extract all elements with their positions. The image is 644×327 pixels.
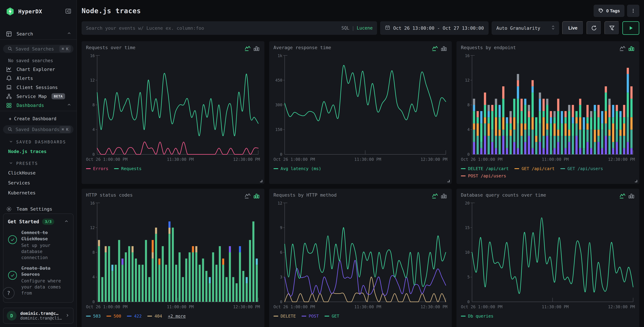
sidebar-preset-kubernetes[interactable]: Kubernetes <box>0 188 76 198</box>
run-query-button[interactable] <box>622 21 639 35</box>
svg-text:6: 6 <box>280 250 282 254</box>
app-title: HyperDX <box>18 8 65 15</box>
create-dashboard-button[interactable]: + Create Dashboard <box>0 111 76 124</box>
chart-card-requests-by-http-method: Requests by HTTP method036912Oct 26 1:00… <box>269 189 452 327</box>
chart-card-avg-response-time: Average response time01503004501kOct 26 … <box>269 41 452 184</box>
legend-item[interactable]: DELETE <box>274 314 296 318</box>
svg-text:4: 4 <box>467 127 470 132</box>
saved-searches-input-wrap: ⌘ K <box>3 45 74 53</box>
date-range-picker[interactable]: Oct 26 13:00:00 - Oct 27 13:00:00 <box>380 21 488 35</box>
granularity-select[interactable]: Auto Granularity <box>492 21 559 35</box>
sidebar-item-dashboards[interactable]: Dashboards <box>0 101 76 110</box>
x-axis-label-left: Oct 26 1:00:00 PM <box>86 157 128 162</box>
sidebar-item-label: Chart Explorer <box>16 67 55 72</box>
sidebar-preset-clickhouse[interactable]: ClickHouse <box>0 168 76 178</box>
filter-button[interactable] <box>604 21 619 35</box>
legend-item[interactable]: POST /api/users <box>461 174 506 178</box>
resize-handle[interactable] <box>260 180 262 182</box>
legend-swatch <box>461 316 466 316</box>
user-menu[interactable]: D dominic.tran@c… dominic.tran@cli… <box>3 308 74 324</box>
bar-chart-mode-icon[interactable] <box>253 192 260 200</box>
legend-item[interactable]: 500 <box>106 314 121 318</box>
chart-plot: 05101520 <box>461 200 635 304</box>
sidebar-item-search[interactable]: Search <box>0 30 76 38</box>
sidebar-item-alerts[interactable]: Alerts <box>0 74 76 83</box>
legend-item[interactable]: Avg latency (ms) <box>274 166 321 171</box>
legend-more-link[interactable]: +2 more <box>168 314 186 318</box>
saved-dashboards-section-header[interactable]: SAVED DASHBOARDS <box>0 135 76 146</box>
legend-item[interactable]: GET <box>324 314 339 318</box>
chevron-down-icon <box>9 139 13 145</box>
x-axis-labels: Oct 26 1:00:00 PM11:30:00 PM12:30:00 PM <box>86 157 260 162</box>
resize-handle[interactable] <box>447 180 450 182</box>
legend-item[interactable]: Db queries <box>461 314 494 318</box>
event-search-input[interactable] <box>86 26 342 31</box>
svg-text:8: 8 <box>92 250 95 254</box>
collapse-sidebar-icon[interactable] <box>65 8 72 15</box>
line-chart-mode-icon[interactable] <box>619 192 626 200</box>
sql-mode-button[interactable]: SQL <box>342 26 349 30</box>
svg-text:16: 16 <box>90 54 95 58</box>
bar-chart-mode-icon[interactable] <box>440 192 447 200</box>
kebab-menu-button[interactable] <box>627 5 639 17</box>
legend-label: DELETE /api/cart <box>468 166 509 171</box>
tags-label: 0 Tags <box>606 8 620 14</box>
chart-explorer-icon <box>6 66 12 73</box>
legend-more-link[interactable]: +7 more <box>461 183 478 184</box>
chart-mode-toggle <box>619 45 635 52</box>
bar-chart-mode-icon[interactable] <box>628 192 635 200</box>
bar-chart-mode-icon[interactable] <box>628 45 635 52</box>
event-search-wrap: SQL | Lucene <box>82 21 377 35</box>
live-button[interactable]: Live <box>562 21 584 35</box>
legend-swatch <box>147 316 152 316</box>
get-started-header[interactable]: Get Started 3/3 <box>8 218 69 225</box>
lucene-mode-button[interactable]: Lucene <box>357 26 373 30</box>
legend-item[interactable]: DELETE /api/cart <box>461 166 509 171</box>
refresh-button[interactable] <box>586 21 602 35</box>
line-chart-mode-icon[interactable] <box>244 45 251 52</box>
tags-button[interactable]: 0 Tags <box>594 5 624 17</box>
bar-chart-mode-icon[interactable] <box>440 45 447 52</box>
help-button[interactable]: ? <box>3 287 14 299</box>
saved-dashboards-input[interactable] <box>16 127 59 132</box>
line-chart-mode-icon[interactable] <box>244 192 251 200</box>
saved-searches-input[interactable] <box>16 46 59 52</box>
legend-item[interactable]: GET /api/cart <box>514 166 555 171</box>
legend-label: 503 <box>93 314 101 318</box>
chart-plot: 0481216 <box>461 52 635 157</box>
x-axis-labels: Oct 26 1:00:00 PM11:30:00 PM12:30:00 PM <box>274 157 448 162</box>
svg-text:9: 9 <box>280 226 282 230</box>
svg-text:0: 0 <box>92 300 95 304</box>
chart-card-http-status-codes: HTTP status codes0481216Oct 26 1:00:00 P… <box>82 189 264 327</box>
legend-item[interactable]: POST <box>302 314 319 318</box>
legend-swatch <box>114 168 119 169</box>
sidebar-preset-services[interactable]: Services <box>0 178 76 188</box>
presets-section-header[interactable]: PRESETS <box>0 156 76 168</box>
legend-item[interactable]: GET /api/users <box>560 166 603 171</box>
page-actions: 0 Tags <box>594 5 639 17</box>
legend-item[interactable]: 503 <box>86 314 101 318</box>
bar-chart-mode-icon[interactable] <box>253 45 260 52</box>
legend-swatch <box>106 316 111 316</box>
legend-item[interactable]: Errors <box>86 166 108 171</box>
get-started-item[interactable]: Connect to ClickHouse Set up your databa… <box>8 230 69 260</box>
sidebar-item-client-sessions[interactable]: Client Sessions <box>0 83 76 92</box>
sidebar-item-team-settings[interactable]: Team Settings <box>0 204 76 214</box>
task-desc: Configure where your data comes from <box>21 278 69 296</box>
resize-handle[interactable] <box>635 180 637 182</box>
chart-mode-toggle <box>432 45 447 52</box>
get-started-item[interactable]: Create Data Sources Configure where your… <box>8 265 69 296</box>
legend-item[interactable]: Requests <box>114 166 142 171</box>
line-chart-mode-icon[interactable] <box>432 192 438 200</box>
chevron-right-icon <box>63 313 70 318</box>
sidebar-dashboard-nodejs-traces[interactable]: Node.js traces <box>0 146 76 156</box>
svg-text:5: 5 <box>467 275 470 279</box>
legend-item[interactable]: 422 <box>127 314 142 318</box>
sidebar-item-service-map[interactable]: Service Map BETA <box>0 92 76 101</box>
legend-swatch <box>461 168 466 169</box>
sidebar-item-chart-explorer[interactable]: Chart Explorer <box>0 65 76 74</box>
legend-item[interactable]: 404 <box>147 314 162 318</box>
line-chart-mode-icon[interactable] <box>619 45 626 52</box>
line-chart-mode-icon[interactable] <box>432 45 438 52</box>
x-axis-label-mid: 11:30:00 PM <box>354 157 381 162</box>
